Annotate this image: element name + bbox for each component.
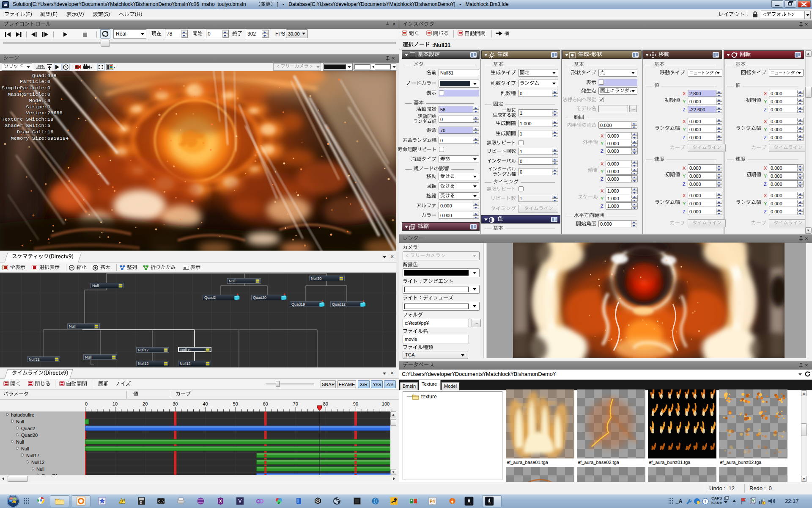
- svg-text:?: ?: [704, 499, 706, 504]
- svg-text:20: 20: [143, 401, 148, 406]
- svg-text:40: 40: [203, 401, 208, 406]
- svg-text:80: 80: [323, 401, 328, 406]
- svg-text:10: 10: [112, 401, 118, 406]
- svg-text:70: 70: [293, 401, 298, 406]
- svg-text:60: 60: [263, 401, 268, 406]
- svg-text:9: 9: [278, 501, 280, 505]
- svg-text:C:\: C:\: [158, 500, 165, 503]
- svg-text:30: 30: [173, 401, 178, 406]
- svg-text:0: 0: [85, 401, 88, 406]
- svg-text:P4: P4: [430, 499, 435, 504]
- svg-text:!: !: [763, 502, 764, 505]
- svg-text:S: S: [140, 500, 142, 505]
- svg-text:50: 50: [233, 401, 238, 406]
- svg-text:90: 90: [353, 401, 358, 406]
- svg-text:100: 100: [382, 401, 390, 406]
